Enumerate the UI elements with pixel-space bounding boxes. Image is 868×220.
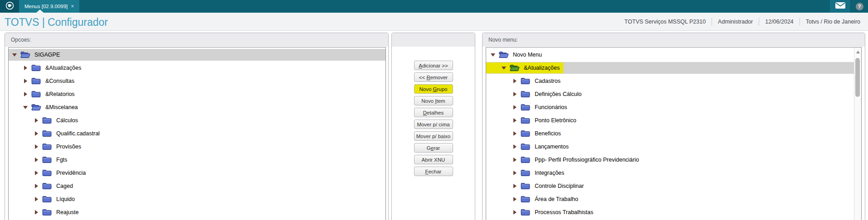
expand-arrow-icon[interactable]	[512, 144, 518, 149]
folder-closed-blue-icon	[42, 182, 52, 190]
expand-arrow-icon[interactable]	[512, 197, 518, 201]
collapse-arrow-icon[interactable]	[490, 53, 496, 57]
expand-arrow-icon[interactable]	[512, 210, 518, 215]
tree-row-atualiza-es[interactable]: &Atualizações	[9, 62, 385, 74]
collapse-arrow-icon[interactable]	[22, 106, 29, 109]
expand-arrow-icon[interactable]	[512, 158, 518, 162]
tree-row-ponto-eletr-nico[interactable]: Ponto Eletrônico	[486, 115, 861, 126]
tab-menus[interactable]: Menus [02.9.0099] ×	[19, 0, 79, 13]
folder-open-green-icon	[510, 64, 520, 72]
gerar-button[interactable]: Gerar	[414, 143, 453, 153]
expand-arrow-icon[interactable]	[33, 210, 39, 215]
novo-item-button[interactable]: Novo Item	[414, 96, 453, 105]
scrollbar-thumb[interactable]	[855, 58, 860, 97]
tree-row-consultas[interactable]: &Consultas	[9, 75, 385, 87]
folder-closed-blue-icon	[521, 182, 531, 190]
tree-item-label: Ponto Eletrônico	[535, 117, 576, 124]
folder-closed-blue-icon	[521, 104, 531, 111]
app-header: TOTVS | Configurador TOTVS Serviços MSSQ…	[0, 13, 868, 31]
tree-row-relatorios[interactable]: &Relatorios	[9, 88, 385, 100]
expand-arrow-icon[interactable]	[512, 118, 518, 123]
folder-closed-blue-icon	[42, 143, 52, 151]
tree-row-reajuste[interactable]: Reajuste	[9, 206, 385, 218]
tree-row-funcion-rios[interactable]: Funcionários	[486, 101, 861, 113]
tree-row-cadastros[interactable]: Cadastros	[486, 75, 861, 87]
tree-row-fgts[interactable]: Fgts	[9, 154, 385, 166]
tree-row-beneficios[interactable]: Beneficios	[486, 128, 861, 139]
fechar-button[interactable]: Fechar	[414, 167, 453, 176]
tree-row-provis-es[interactable]: Provisões	[9, 141, 385, 153]
scroll-up-icon[interactable]	[856, 51, 860, 53]
tree-item-label: SIGAGPE	[34, 52, 60, 58]
tree-row-controle-disciplinar[interactable]: Controle Disciplinar	[486, 180, 861, 192]
totvs-logo[interactable]	[0, 0, 19, 13]
folder-closed-blue-icon	[521, 156, 531, 164]
tree-row-novo-menu[interactable]: Novo Menu	[486, 49, 861, 61]
folder-closed-blue-icon	[31, 91, 41, 98]
expand-arrow-icon[interactable]	[33, 158, 39, 162]
expand-arrow-icon[interactable]	[512, 184, 518, 188]
tree-row-miscelanea[interactable]: &Miscelanea	[9, 101, 385, 113]
expand-arrow-icon[interactable]	[33, 131, 39, 136]
mover-p-baixo-button[interactable]: Mover p/ baixo	[414, 131, 453, 141]
tree-item-label: Controle Disciplinar	[535, 183, 584, 189]
tree-row-rea-de-trabalho[interactable]: Área de Trabalho	[486, 193, 861, 205]
expand-arrow-icon[interactable]	[22, 66, 29, 70]
folder-open-blue-icon	[499, 51, 509, 59]
tree-item-label: Processos Trabalhistas	[535, 209, 593, 215]
expand-arrow-icon[interactable]	[33, 197, 39, 201]
remover-button[interactable]: << Remover	[414, 72, 453, 82]
tree-row-previd-ncia[interactable]: Previdência	[9, 167, 385, 179]
expand-arrow-icon[interactable]	[33, 184, 39, 188]
header-info: TOTVS Serviços MSSQL P2310Administrador1…	[619, 13, 866, 31]
novo-grupo-button[interactable]: Novo Grupo	[414, 84, 453, 94]
tree-row-defini-es-c-lculo[interactable]: Definições Cálculo	[486, 88, 861, 100]
panel-actions: Adicionar >><< RemoverNovo GrupoNovo Ite…	[391, 33, 475, 220]
top-bar: Menus [02.9.0099] × ?	[0, 0, 868, 13]
tree-row-sigagpe[interactable]: SIGAGPE	[9, 49, 385, 61]
expand-arrow-icon[interactable]	[512, 105, 518, 110]
collapse-arrow-icon[interactable]	[11, 53, 18, 57]
tree-row-ppp-perfil-profissiogr-fico-previdenci-rio[interactable]: Ppp- Perfil Profissiográfico Previdenciá…	[486, 154, 861, 166]
help-icon: ?	[856, 3, 863, 10]
tree-item-label: Qualific.cadastral	[56, 130, 100, 137]
tree-item-label: Ppp- Perfil Profissiográfico Previdenciá…	[535, 157, 639, 163]
action-button-column: Adicionar >><< RemoverNovo GrupoNovo Ite…	[392, 61, 475, 178]
folder-closed-blue-icon	[521, 77, 531, 85]
adicionar-button[interactable]: Adicionar >>	[414, 61, 453, 70]
help-button[interactable]: ?	[851, 0, 868, 13]
header-info-item: TOTVS Serviços MSSQL P2310	[619, 18, 712, 26]
collapse-arrow-icon[interactable]	[501, 67, 507, 70]
tree-item-label: Provisões	[56, 143, 81, 150]
tree-item-label: Lançamentos	[535, 143, 569, 150]
detalhes-button[interactable]: Detalhes	[414, 108, 453, 117]
expand-arrow-icon[interactable]	[22, 92, 29, 96]
tree-item-label: &Relatorios	[45, 91, 75, 97]
tree-row-caged[interactable]: Caged	[9, 180, 385, 192]
expand-arrow-icon[interactable]	[33, 118, 39, 123]
tab-close-icon[interactable]: ×	[71, 3, 74, 10]
mover-p-cima-button[interactable]: Mover p/ cima	[414, 120, 453, 129]
mail-button[interactable]	[830, 0, 851, 13]
tree-row-atualiza-es[interactable]: &Atualizações	[486, 62, 861, 74]
expand-arrow-icon[interactable]	[22, 79, 29, 83]
expand-arrow-icon[interactable]	[512, 92, 518, 96]
vertical-scrollbar[interactable]	[854, 48, 861, 220]
header-info-item: Administrador	[712, 18, 759, 26]
tree-row-l-quido[interactable]: Líquido	[9, 193, 385, 205]
expand-arrow-icon[interactable]	[512, 171, 518, 175]
expand-arrow-icon[interactable]	[33, 171, 39, 175]
tree-row-c-lculos[interactable]: Cálculos	[9, 115, 385, 126]
folder-closed-blue-icon	[42, 117, 52, 124]
header-info-item: 12/06/2024	[759, 18, 800, 26]
expand-arrow-icon[interactable]	[512, 131, 518, 136]
tree-row-lan-amentos[interactable]: Lançamentos	[486, 141, 861, 153]
abrir-xnu-button[interactable]: Abrir XNU	[414, 155, 453, 164]
panel-opcoes: Opcoes: SIGAGPE&Atualizações&Consultas&R…	[5, 33, 389, 220]
tree-row-integra-es[interactable]: Integrações	[486, 167, 861, 179]
expand-arrow-icon[interactable]	[33, 144, 39, 149]
tree-row-qualific-cadastral[interactable]: Qualific.cadastral	[9, 128, 385, 139]
folder-open-blue-icon	[31, 104, 41, 111]
expand-arrow-icon[interactable]	[512, 79, 518, 83]
tree-row-processos-trabalhistas[interactable]: Processos Trabalhistas	[486, 206, 861, 218]
